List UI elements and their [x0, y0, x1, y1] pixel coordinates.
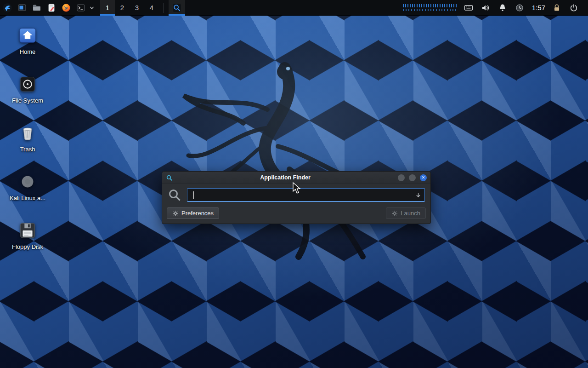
application-finder-window: Application Finder	[162, 171, 431, 224]
logout-button[interactable]	[569, 0, 579, 16]
firefox-icon	[62, 3, 71, 12]
desktop-icon-label: Trash	[20, 146, 35, 153]
search-combo	[187, 188, 425, 202]
desktop-icon-kali-docs[interactable]: Kali Linux a...	[6, 171, 50, 201]
lock-screen-button[interactable]	[552, 0, 562, 16]
panel-separator	[164, 3, 164, 13]
search-icon	[172, 3, 181, 12]
kali-logo-icon	[2, 3, 12, 13]
text-editor-launcher[interactable]	[44, 0, 59, 16]
volume-icon	[481, 3, 490, 12]
applications-menu-button[interactable]	[0, 0, 15, 16]
desktop-icon-list: Home File System Trash Kali Linux a	[6, 25, 50, 250]
firefox-launcher[interactable]	[59, 0, 74, 16]
desktop-icon-floppy[interactable]: Floppy Disk	[6, 220, 50, 250]
top-panel: 1 2 3 4	[0, 0, 588, 16]
launch-label: Launch	[401, 210, 420, 217]
clock[interactable]: 1:57	[532, 4, 545, 12]
run-gear-icon	[391, 210, 398, 217]
taskbar-application-finder[interactable]	[169, 0, 185, 16]
system-tray	[464, 0, 525, 16]
search-input[interactable]	[187, 189, 424, 201]
status-indicator[interactable]	[514, 0, 525, 16]
desktop-icon-label: File System	[12, 97, 43, 104]
search-icon	[168, 188, 181, 202]
preferences-button[interactable]: Preferences	[167, 207, 219, 219]
terminal-dropdown-button[interactable]	[88, 0, 96, 16]
kali-dragon-silhouette	[147, 40, 404, 261]
visualizer-row	[403, 9, 457, 11]
window-icon	[17, 3, 27, 12]
workspace-4[interactable]: 4	[144, 0, 159, 16]
terminal-launcher[interactable]	[74, 0, 88, 16]
session-buttons	[552, 0, 579, 16]
desktop-icon-label: Kali Linux a...	[10, 195, 45, 201]
visualizer-row	[403, 4, 457, 7]
keyboard-indicator[interactable]	[464, 0, 474, 16]
workspace-2[interactable]: 2	[115, 0, 130, 16]
search-icon	[166, 174, 173, 181]
desktop-icon-file-system[interactable]: File System	[6, 74, 50, 104]
kali-docs-icon	[17, 171, 38, 192]
notifications-button[interactable]	[498, 0, 508, 16]
dragon-head	[277, 64, 293, 80]
volume-button[interactable]	[481, 0, 491, 16]
file-system-icon	[17, 74, 38, 95]
audio-visualizer	[403, 4, 457, 11]
gear-icon	[172, 210, 179, 217]
keyboard-icon	[464, 3, 473, 12]
workspace-pager: 1 2 3 4	[100, 0, 159, 16]
trash-icon	[17, 122, 38, 144]
panel-left-group: 1 2 3 4	[0, 0, 185, 15]
floppy-disk-icon	[17, 220, 38, 241]
folder-icon	[32, 3, 41, 12]
window-title: Application Finder	[175, 174, 395, 181]
chevron-down-icon	[90, 6, 94, 10]
desktop-icon-home[interactable]: Home	[6, 25, 50, 55]
maximize-button[interactable]	[409, 174, 416, 181]
desktop-icon-label: Floppy Disk	[12, 243, 43, 250]
close-button[interactable]	[420, 174, 427, 181]
launch-button[interactable]: Launch	[386, 207, 426, 219]
bell-icon	[498, 3, 507, 12]
file-manager-launcher[interactable]	[29, 0, 44, 16]
window-controls	[398, 174, 427, 181]
workspace-3[interactable]: 3	[130, 0, 144, 16]
workspace-1[interactable]: 1	[100, 0, 115, 16]
document-pencil-icon	[47, 3, 56, 12]
dragon-eye	[286, 67, 290, 70]
home-folder-icon	[17, 25, 38, 46]
logout-icon	[569, 3, 578, 12]
text-caret	[193, 191, 194, 199]
lock-icon	[552, 3, 561, 12]
preferences-label: Preferences	[181, 210, 214, 217]
minimize-button[interactable]	[398, 174, 405, 181]
mouse-cursor	[292, 182, 301, 195]
desktop-icon-trash[interactable]: Trash	[6, 122, 50, 153]
down-arrow-icon[interactable]	[415, 192, 421, 198]
panel-right-group: 1:57	[403, 0, 588, 15]
terminal-icon	[76, 3, 85, 12]
dialog-footer: Preferences Launch	[162, 205, 430, 224]
desktop-icon-label: Home	[20, 48, 36, 55]
desktop-screen: 1 2 3 4	[0, 0, 588, 368]
window-switcher-launcher[interactable]	[15, 0, 29, 16]
status-circle-icon	[515, 3, 524, 12]
